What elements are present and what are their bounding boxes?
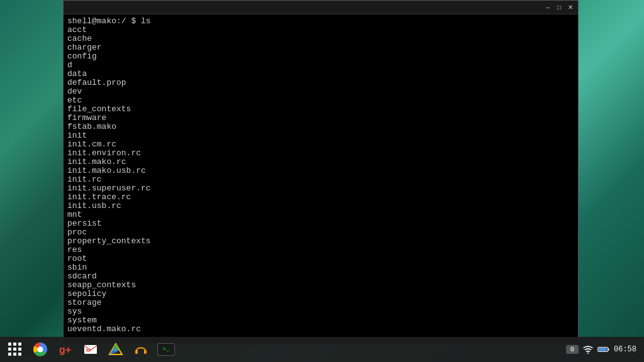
gplus-icon: g+ — [58, 342, 73, 357]
terminal-output-line: mnt — [67, 211, 574, 219]
terminal-output-line: cache — [67, 35, 574, 43]
svg-text:M: M — [86, 348, 91, 353]
taskbar-icon-gmail[interactable]: M — [79, 338, 102, 361]
terminal-output-line: init.mako.rc — [67, 158, 574, 167]
terminal-output-line: etc — [67, 96, 574, 105]
terminal-body[interactable]: shell@mako:/ $ ls acctcachechargerconfig… — [64, 14, 578, 344]
gmail-icon: M — [83, 342, 98, 357]
terminal-titlebar: – □ ✕ — [64, 1, 578, 14]
terminal-output-line: data — [67, 70, 574, 79]
terminal-output-line: ueventd.mako.rc — [67, 325, 574, 334]
terminal-output-line: init.environ.rc — [67, 149, 574, 158]
terminal-small-icon: >_ — [157, 343, 175, 356]
svg-rect-7 — [144, 350, 147, 354]
terminal-output-line: sys — [67, 307, 574, 316]
terminal-output-line: persist — [67, 219, 574, 228]
terminal-output-line: storage — [67, 299, 574, 307]
terminal-output-line: init.rc — [67, 175, 574, 184]
taskbar-icon-music[interactable] — [130, 338, 152, 361]
terminal-output-line: system — [67, 316, 574, 325]
terminal-output-line: init — [67, 131, 574, 140]
terminal-output-line: default.prop — [67, 79, 574, 87]
terminal-output-line: init.superuser.rc — [67, 184, 574, 193]
taskbar: g+ M >_ 0 — [0, 337, 644, 362]
terminal-window: – □ ✕ shell@mako:/ $ ls acctcachecharger… — [63, 0, 579, 344]
terminal-output-line: acct — [67, 26, 574, 35]
terminal-output-line: res — [67, 246, 574, 255]
terminal-output-line: file_contexts — [67, 105, 574, 114]
svg-rect-6 — [135, 350, 138, 354]
terminal-prompt: shell@mako:/ $ ls — [67, 17, 574, 26]
terminal-output-line: d — [67, 61, 574, 70]
terminal-output-line: dev — [67, 87, 574, 96]
time-display: 06:58 — [614, 345, 636, 354]
taskbar-icon-drive[interactable] — [104, 338, 127, 361]
close-button[interactable]: ✕ — [565, 3, 575, 12]
terminal-output-line: charger — [67, 43, 574, 52]
taskbar-icon-terminal[interactable]: >_ — [155, 338, 177, 361]
terminal-output-line: init.mako.usb.rc — [67, 167, 574, 175]
svg-point-8 — [587, 353, 589, 354]
terminal-output-line: init.usb.rc — [67, 202, 574, 211]
terminal-output-line: fstab.mako — [67, 123, 574, 131]
terminal-output-line: firmware — [67, 114, 574, 123]
svg-rect-11 — [599, 348, 607, 351]
chrome-icon — [33, 343, 47, 356]
battery-icon — [597, 345, 610, 354]
drive-icon — [108, 342, 123, 357]
terminal-output: acctcachechargerconfigddatadefault.propd… — [67, 26, 574, 334]
terminal-output-line: sepolicy — [67, 290, 574, 299]
taskbar-icon-apps[interactable] — [4, 338, 26, 361]
svg-rect-10 — [608, 348, 609, 351]
terminal-output-line: seapp_contexts — [67, 281, 574, 290]
taskbar-icon-chrome[interactable] — [29, 338, 52, 361]
taskbar-icon-gplus[interactable]: g+ — [54, 338, 77, 361]
terminal-output-line: sdcard — [67, 272, 574, 281]
terminal-output-line: sbin — [67, 263, 574, 272]
maximize-button[interactable]: □ — [554, 3, 564, 12]
wifi-icon — [582, 344, 594, 355]
svg-text:g+: g+ — [59, 344, 71, 355]
headphones-icon — [133, 342, 148, 357]
taskbar-right: 0 06:58 — [566, 344, 641, 355]
terminal-output-line: property_contexts — [67, 237, 574, 246]
terminal-output-line: config — [67, 52, 574, 61]
terminal-output-line: init.cm.rc — [67, 140, 574, 149]
terminal-output-line: proc — [67, 228, 574, 237]
minimize-button[interactable]: – — [543, 3, 553, 12]
terminal-output-line: root — [67, 255, 574, 263]
notification-badge[interactable]: 0 — [566, 345, 579, 354]
terminal-output-line: init.trace.rc — [67, 193, 574, 202]
